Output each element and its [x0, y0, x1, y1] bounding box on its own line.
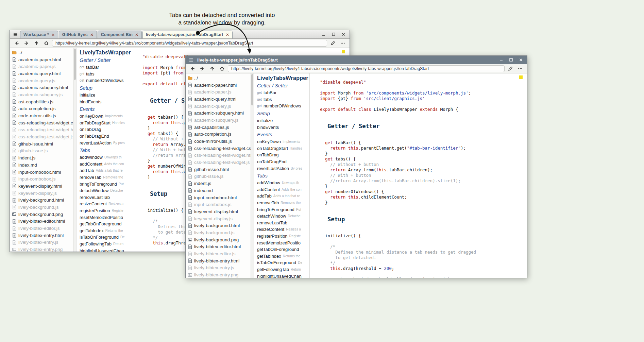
file-item[interactable]: code-mirror-utils.js: [188, 138, 251, 145]
file-item[interactable]: academic-subquery.js: [188, 117, 251, 124]
file-item[interactable]: academic-query.html: [12, 70, 73, 77]
outline-method[interactable]: initialize: [80, 92, 132, 99]
file-item[interactable]: github-issue.js: [188, 173, 251, 180]
outline-method[interactable]: getTabIndexReturns the: [257, 253, 309, 259]
file-item[interactable]: lively-background.js: [188, 229, 251, 236]
back-button[interactable]: [13, 39, 21, 47]
file-item[interactable]: lively-background.png: [12, 211, 73, 218]
outline-method[interactable]: getTabOnForeground: [257, 246, 309, 253]
outline-method[interactable]: onTabDragStartHandles: [80, 120, 132, 126]
outline-method[interactable]: addContentAdds the con: [257, 186, 309, 193]
close-button[interactable]: [339, 31, 348, 38]
file-item[interactable]: lively-background.js: [12, 204, 73, 211]
minimize-button[interactable]: [497, 56, 505, 64]
outline-method[interactable]: bringToForegroundPut: [80, 181, 132, 187]
tab[interactable]: Component Bin: [98, 31, 142, 38]
outline-method[interactable]: onKeyDownImplements: [80, 113, 132, 120]
outline-method[interactable]: gettabBar: [257, 89, 309, 96]
scrollbar-thumb[interactable]: [251, 74, 253, 105]
outline-method[interactable]: getTabIndexReturns the: [80, 227, 132, 234]
file-list-scrollbar[interactable]: [73, 48, 77, 252]
tab-close-icon[interactable]: [135, 33, 138, 36]
file-item[interactable]: academic-paper.js: [188, 88, 251, 96]
file-item[interactable]: lively-background.html: [188, 222, 251, 229]
file-item[interactable]: keyevent-display.js: [188, 215, 251, 222]
outline-method[interactable]: removeLastTab: [257, 220, 309, 226]
file-item[interactable]: css-reloading-test-widget.css: [188, 145, 251, 152]
file-item[interactable]: academic-paper.js: [12, 63, 73, 70]
outline-method[interactable]: onTabDrag: [257, 152, 309, 158]
outline-method[interactable]: addWindowUnwraps th: [80, 154, 132, 161]
file-item[interactable]: lively-bibtex-editor.html: [12, 218, 73, 225]
outline-method[interactable]: gettabBar: [80, 64, 132, 71]
outline-method[interactable]: getnumberOfWindows: [257, 103, 309, 109]
outline-method[interactable]: resetMemoizedPositio: [80, 214, 132, 221]
file-item[interactable]: css-reloading-test-widget.html: [188, 152, 251, 159]
back-button[interactable]: [188, 65, 197, 72]
file-item[interactable]: lively-bibtex-editor.js: [12, 225, 73, 232]
file-item[interactable]: github-issue.html: [12, 140, 73, 148]
minimize-button[interactable]: [320, 31, 328, 38]
home-button[interactable]: [218, 65, 226, 72]
file-item[interactable]: index.md: [188, 187, 251, 194]
file-item[interactable]: academic-query.js: [188, 103, 251, 110]
outline-method[interactable]: detachWindowDetache: [257, 213, 309, 220]
outline-method[interactable]: bindEvents: [80, 98, 132, 105]
file-item[interactable]: lively-bibtex-editor.html: [188, 243, 251, 251]
tab-close-icon[interactable]: [90, 33, 94, 36]
outline-method[interactable]: removeTabRemoves the: [257, 200, 309, 206]
outline-method[interactable]: onTabDrag: [80, 126, 132, 133]
forward-button[interactable]: [198, 65, 206, 72]
file-item[interactable]: auto-completion.js: [12, 105, 73, 113]
file-item[interactable]: lively-background.html: [12, 196, 73, 204]
more-options-button[interactable]: [339, 39, 347, 47]
outline-method[interactable]: registerPositionRegiste: [80, 207, 132, 214]
tab[interactable]: lively-tabs-wrapper.js#onTabDragStart: [142, 31, 233, 38]
outline-method[interactable]: onKeyDownImplements: [257, 138, 309, 145]
tab[interactable]: Workspace *: [20, 31, 58, 38]
code-editor[interactable]: "disable deepeval" import Morph from 'sr…: [310, 73, 527, 278]
outline-method[interactable]: onTabDragEnd: [257, 158, 309, 165]
outline-method[interactable]: getnumberOfWindows: [80, 77, 132, 84]
outline-method[interactable]: addTabAdds a tab that re: [80, 167, 132, 174]
file-item[interactable]: input-combobox.html: [188, 194, 251, 201]
file-item[interactable]: index.md: [12, 161, 73, 169]
edit-pencil-button[interactable]: [329, 39, 337, 47]
file-item[interactable]: github-issue.js: [12, 148, 73, 155]
file-item[interactable]: input-combobox.js: [12, 175, 73, 183]
outline-method[interactable]: highlightUnsavedChan: [80, 247, 132, 252]
file-item[interactable]: ast-capabilities.js: [12, 98, 73, 105]
file-list-scrollbar[interactable]: [251, 73, 254, 278]
file-item[interactable]: academic-query.html: [188, 96, 251, 103]
file-item[interactable]: lively-bibtex-editor.js: [188, 250, 251, 257]
tab-close-icon[interactable]: [51, 33, 55, 36]
outline-method[interactable]: getFollowingTabReturn: [257, 266, 309, 273]
forward-button[interactable]: [22, 39, 31, 47]
outline-method[interactable]: removeTabRemoves the: [80, 174, 132, 181]
file-item[interactable]: auto-completion.js: [188, 131, 251, 138]
file-item[interactable]: lively-bibtex-entry.js: [188, 264, 251, 272]
outline-method[interactable]: onTabDragStartHandles: [257, 145, 309, 152]
outline-method[interactable]: gettabs: [80, 71, 132, 78]
outline-method[interactable]: isTabOnForegroundDe: [257, 259, 309, 266]
menu-icon[interactable]: [11, 31, 19, 38]
outline-method[interactable]: addWindowUnwraps th: [257, 179, 309, 186]
outline-method[interactable]: getTabOnForeground: [80, 221, 132, 227]
file-item[interactable]: css-reloading-test-widget.js: [12, 133, 73, 140]
outline-method[interactable]: initialize: [257, 117, 309, 124]
outline-method[interactable]: gettabs: [257, 96, 309, 103]
outline-method[interactable]: resizeContentResizes a: [257, 226, 309, 233]
edit-pencil-button[interactable]: [506, 65, 514, 72]
file-item[interactable]: keyevent-display.html: [188, 208, 251, 215]
file-item[interactable]: academic-paper.html: [188, 82, 251, 89]
file-item[interactable]: indent.js: [188, 180, 251, 187]
outline-method[interactable]: getFollowingTabReturn: [80, 241, 132, 247]
outline-method[interactable]: resizeContentResizes a: [80, 201, 132, 207]
file-item[interactable]: lively-bibtex-entry.js: [12, 239, 73, 246]
scrollbar-thumb[interactable]: [74, 49, 76, 80]
more-options-button[interactable]: [516, 65, 524, 72]
file-item[interactable]: ast-capabilities.js: [188, 124, 251, 131]
outline-method[interactable]: revertLastActionBy pres: [80, 139, 132, 146]
file-item[interactable]: input-combobox.html: [12, 169, 73, 176]
url-input[interactable]: https://lively-kernel.org/lively4/lively…: [52, 40, 327, 47]
